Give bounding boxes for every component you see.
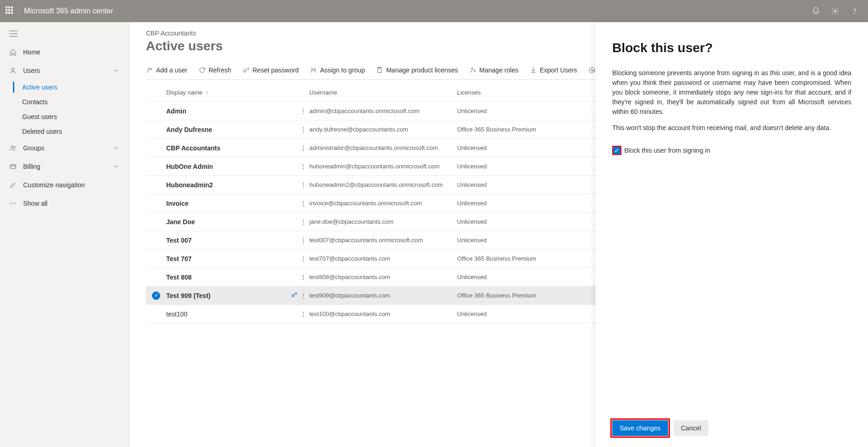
row-actions[interactable]: ⋮ bbox=[300, 200, 307, 207]
row-display-name: HubOne Admin bbox=[166, 163, 300, 170]
help-icon[interactable] bbox=[850, 7, 859, 15]
pencil-icon bbox=[9, 181, 17, 189]
row-checkbox[interactable] bbox=[152, 273, 160, 281]
svg-point-26 bbox=[292, 294, 294, 297]
row-actions[interactable]: ⋮ bbox=[300, 310, 307, 318]
svg-point-7 bbox=[11, 146, 13, 148]
svg-point-6 bbox=[12, 68, 14, 71]
at-icon bbox=[588, 66, 596, 74]
row-username: administrator@cbpaccountants.onmicrosoft… bbox=[309, 144, 457, 151]
col-display-name[interactable]: Display name↑ bbox=[166, 89, 300, 96]
row-checkbox[interactable] bbox=[152, 292, 160, 300]
svg-point-17 bbox=[243, 70, 246, 72]
chevron-up-icon bbox=[112, 67, 120, 74]
chevron-down-icon bbox=[112, 163, 120, 170]
col-username[interactable]: Username bbox=[309, 89, 457, 96]
bell-icon[interactable] bbox=[812, 7, 820, 15]
top-bar: Microsoft 365 admin center bbox=[0, 0, 868, 22]
nav-guest-users[interactable]: Guest users bbox=[22, 109, 129, 124]
row-checkbox[interactable] bbox=[152, 162, 160, 171]
row-username: test707@cbpaccountants.com bbox=[309, 255, 457, 262]
svg-rect-9 bbox=[10, 165, 16, 168]
row-checkbox[interactable] bbox=[152, 144, 160, 152]
key-icon[interactable] bbox=[288, 292, 300, 299]
group-icon bbox=[310, 66, 317, 74]
row-display-name: Andy Dufresne bbox=[166, 126, 300, 133]
home-icon bbox=[9, 48, 17, 56]
nav-contacts[interactable]: Contacts bbox=[22, 95, 129, 109]
row-username: test007@cbpaccountants.onmicrosoft.com bbox=[309, 237, 457, 244]
row-actions[interactable]: ⋮ bbox=[300, 218, 307, 226]
nav-billing-label: Billing bbox=[23, 163, 40, 170]
nav-toggle[interactable] bbox=[0, 26, 129, 43]
cmd-add-user[interactable]: Add a user bbox=[146, 66, 187, 74]
row-checkbox[interactable] bbox=[152, 218, 160, 226]
row-actions[interactable]: ⋮ bbox=[300, 237, 307, 244]
panel-title: Block this user? bbox=[612, 41, 851, 55]
cmd-manage-licenses[interactable]: Manage product licenses bbox=[376, 66, 458, 74]
gear-icon[interactable] bbox=[831, 7, 839, 15]
row-actions[interactable]: ⋮ bbox=[300, 144, 307, 152]
panel-description-2: This won't stop the account from receivi… bbox=[612, 123, 851, 133]
row-actions[interactable]: ⋮ bbox=[300, 107, 307, 115]
block-user-panel: Block this user? Blocking someone preven… bbox=[596, 22, 868, 447]
row-checkbox[interactable] bbox=[152, 107, 160, 115]
chevron-down-icon bbox=[112, 144, 120, 152]
cmd-export-users[interactable]: Export Users bbox=[530, 66, 577, 74]
cmd-assign-group[interactable]: Assign to group bbox=[310, 66, 365, 74]
nav-billing[interactable]: Billing bbox=[0, 157, 129, 176]
row-display-name: Test 007 bbox=[166, 237, 300, 244]
row-display-name: CBP Accountants bbox=[166, 144, 300, 152]
svg-point-14 bbox=[148, 68, 150, 70]
cancel-button[interactable]: Cancel bbox=[674, 420, 709, 436]
nav-showall[interactable]: Show all bbox=[0, 194, 129, 213]
row-actions[interactable]: ⋮ bbox=[300, 163, 307, 170]
cmd-refresh-label: Refresh bbox=[209, 66, 231, 74]
clipboard-icon bbox=[376, 66, 383, 74]
svg-point-0 bbox=[834, 10, 837, 12]
nav-active-users[interactable]: Active users bbox=[22, 80, 129, 95]
app-title: Microsoft 365 admin center bbox=[24, 7, 113, 15]
cmd-reset-password[interactable]: Reset password bbox=[242, 66, 299, 74]
nav-deleted-users[interactable]: Deleted users bbox=[22, 124, 129, 139]
row-username: huboneadmin@cbpaccountants.onmicrosoft.c… bbox=[309, 163, 457, 170]
app-launcher-icon[interactable] bbox=[6, 6, 15, 16]
svg-point-18 bbox=[311, 69, 313, 71]
row-actions[interactable]: ⋮ bbox=[300, 126, 307, 133]
cmd-manage-roles[interactable]: Manage roles bbox=[469, 66, 518, 74]
nav-users-label: Users bbox=[23, 67, 40, 74]
block-signin-checkbox[interactable]: ✓ bbox=[612, 146, 621, 155]
block-signin-label: Block this user from signing in bbox=[624, 147, 710, 154]
row-display-name: Jane Doe bbox=[166, 218, 300, 226]
nav-home[interactable]: Home bbox=[0, 43, 129, 61]
nav-customize-label: Customize navigation bbox=[23, 181, 85, 189]
row-display-name: Test 909 (Test) bbox=[166, 292, 288, 299]
row-username: andy.dufresne@cbpaccountants.com bbox=[309, 126, 457, 133]
row-display-name: Huboneadmin2 bbox=[166, 181, 300, 189]
row-actions[interactable]: ⋮ bbox=[300, 292, 307, 299]
row-checkbox[interactable] bbox=[152, 236, 160, 244]
nav-home-label: Home bbox=[23, 48, 40, 56]
row-display-name: Test 808 bbox=[166, 274, 300, 281]
person-icon bbox=[9, 67, 17, 74]
row-checkbox[interactable] bbox=[152, 199, 160, 208]
nav-groups-label: Groups bbox=[23, 144, 44, 152]
row-checkbox[interactable] bbox=[152, 255, 160, 263]
add-person-icon bbox=[146, 66, 153, 74]
save-changes-button[interactable]: Save changes bbox=[612, 420, 668, 436]
cmd-export-label: Export Users bbox=[540, 66, 577, 74]
cmd-refresh[interactable]: Refresh bbox=[199, 66, 231, 74]
row-checkbox[interactable] bbox=[152, 310, 160, 318]
nav-customize[interactable]: Customize navigation bbox=[0, 176, 129, 194]
row-checkbox[interactable] bbox=[152, 125, 160, 134]
nav-users-children: Active users Contacts Guest users Delete… bbox=[0, 80, 129, 139]
row-username: jane.doe@cbpaccountants.com bbox=[309, 218, 457, 225]
svg-point-8 bbox=[14, 146, 15, 148]
row-actions[interactable]: ⋮ bbox=[300, 274, 307, 281]
nav-users[interactable]: Users bbox=[0, 61, 129, 80]
row-checkbox[interactable] bbox=[152, 181, 160, 189]
nav-groups[interactable]: Groups bbox=[0, 139, 129, 157]
row-actions[interactable]: ⋮ bbox=[300, 181, 307, 189]
row-actions[interactable]: ⋮ bbox=[300, 255, 307, 262]
svg-point-12 bbox=[12, 203, 13, 204]
